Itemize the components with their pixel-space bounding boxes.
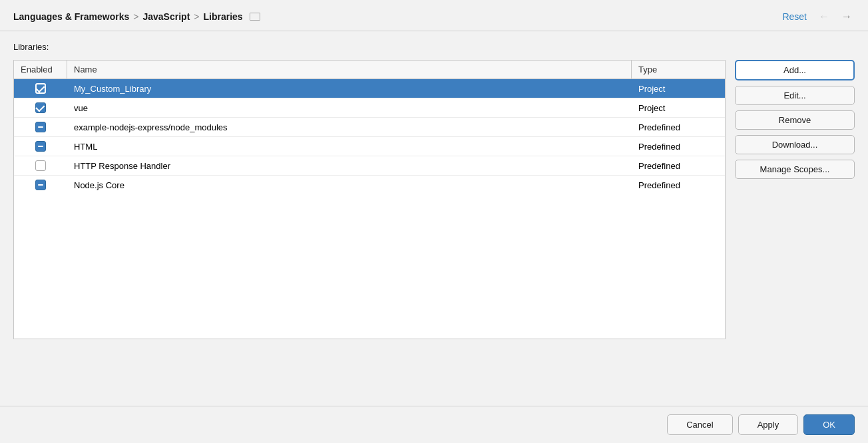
checkbox-cell[interactable] bbox=[14, 137, 67, 156]
dialog: Languages & Frameworks > JavaScript > Li… bbox=[0, 0, 868, 443]
type-cell: Predefined bbox=[632, 118, 725, 136]
checkbox-cell[interactable] bbox=[14, 79, 67, 98]
libraries-table: Enabled Name Type My_Custom_LibraryProje… bbox=[13, 60, 726, 339]
header: Languages & Frameworks > JavaScript > Li… bbox=[0, 0, 868, 31]
col-header-name: Name bbox=[67, 61, 632, 78]
name-cell: HTML bbox=[67, 138, 632, 156]
main-content: Libraries: Enabled Name Type My_Custom_L… bbox=[0, 31, 868, 406]
name-cell: vue bbox=[67, 99, 632, 117]
checkbox-cell[interactable] bbox=[14, 118, 67, 136]
breadcrumb-part3: Libraries bbox=[203, 11, 242, 22]
table-row[interactable]: vueProject bbox=[14, 98, 725, 118]
breadcrumb-part1: Languages & Frameworks bbox=[13, 11, 129, 22]
table-row[interactable]: HTMLPredefined bbox=[14, 137, 725, 156]
table-row[interactable]: My_Custom_LibraryProject bbox=[14, 79, 725, 98]
breadcrumb: Languages & Frameworks > JavaScript > Li… bbox=[13, 11, 260, 22]
type-cell: Project bbox=[632, 99, 725, 117]
section-label: Libraries: bbox=[13, 42, 855, 52]
content-area: Enabled Name Type My_Custom_LibraryProje… bbox=[13, 60, 855, 395]
name-cell: HTTP Response Handler bbox=[67, 157, 632, 175]
col-header-type: Type bbox=[632, 61, 725, 78]
reset-button[interactable]: Reset bbox=[779, 10, 809, 23]
add-button[interactable]: Add... bbox=[735, 60, 855, 80]
table-body: My_Custom_LibraryProjectvueProjectexampl… bbox=[14, 79, 725, 339]
breadcrumb-sep1: > bbox=[133, 11, 138, 22]
remove-button[interactable]: Remove bbox=[735, 110, 855, 130]
checkbox-cell[interactable] bbox=[14, 156, 67, 175]
checkbox-checked[interactable] bbox=[35, 102, 46, 113]
forward-button[interactable]: → bbox=[839, 9, 855, 24]
checkbox-partial[interactable] bbox=[35, 180, 46, 190]
edit-button[interactable]: Edit... bbox=[735, 86, 855, 105]
name-cell: Node.js Core bbox=[67, 176, 632, 194]
type-cell: Predefined bbox=[632, 157, 725, 175]
type-cell: Project bbox=[632, 80, 725, 98]
breadcrumb-sep2: > bbox=[194, 11, 199, 22]
type-cell: Predefined bbox=[632, 138, 725, 156]
name-cell: My_Custom_Library bbox=[67, 80, 632, 98]
type-cell: Predefined bbox=[632, 176, 725, 194]
buttons-panel: Add... Edit... Remove Download... Manage… bbox=[735, 60, 855, 395]
checkbox-partial[interactable] bbox=[35, 122, 46, 132]
download-button[interactable]: Download... bbox=[735, 135, 855, 154]
footer: Cancel Apply OK bbox=[0, 406, 868, 443]
checkbox-checked[interactable] bbox=[35, 83, 46, 94]
back-button[interactable]: ← bbox=[816, 9, 832, 24]
table-row[interactable]: Node.js CorePredefined bbox=[14, 176, 725, 194]
checkbox-cell[interactable] bbox=[14, 176, 67, 194]
apply-button[interactable]: Apply bbox=[738, 414, 799, 435]
header-right: Reset ← → bbox=[779, 9, 855, 24]
table-header: Enabled Name Type bbox=[14, 61, 725, 79]
screen-icon bbox=[250, 13, 260, 21]
cancel-button[interactable]: Cancel bbox=[667, 414, 732, 435]
col-header-enabled: Enabled bbox=[14, 61, 67, 78]
manage-scopes-button[interactable]: Manage Scopes... bbox=[735, 160, 855, 179]
checkbox-unchecked[interactable] bbox=[35, 160, 46, 171]
breadcrumb-part2: JavaScript bbox=[142, 11, 190, 22]
ok-button[interactable]: OK bbox=[803, 414, 855, 435]
name-cell: example-nodejs-express/node_modules bbox=[67, 118, 632, 136]
checkbox-partial[interactable] bbox=[35, 141, 46, 152]
checkbox-cell[interactable] bbox=[14, 98, 67, 117]
table-row[interactable]: example-nodejs-express/node_modulesPrede… bbox=[14, 118, 725, 137]
table-row[interactable]: HTTP Response HandlerPredefined bbox=[14, 156, 725, 176]
